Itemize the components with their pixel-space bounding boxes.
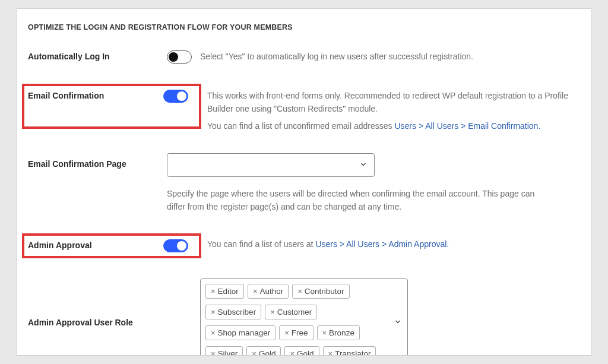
admin-approval-roles-label: Admin Approval User Role	[28, 318, 200, 327]
role-tag-label: Gold	[297, 349, 314, 356]
auto-login-toggle[interactable]	[167, 50, 192, 64]
email-confirmation-desc-1: This works with front-end forms only. Re…	[207, 90, 580, 115]
row-admin-approval-roles: Admin Approval User Role ×Editor×Author×…	[28, 278, 580, 356]
row-email-confirmation-page: Email Confirmation Page Specify the page…	[28, 153, 580, 213]
remove-tag-icon[interactable]: ×	[270, 308, 275, 316]
auto-login-desc: Select "Yes" to automatically log in new…	[200, 50, 580, 64]
remove-tag-icon[interactable]: ×	[211, 329, 216, 337]
admin-approval-toggle[interactable]	[163, 239, 188, 252]
role-tag-label: Customer	[277, 308, 312, 316]
email-confirmation-page-label: Email Confirmation Page	[28, 153, 167, 169]
row-admin-approval: Admin Approval You can find a list of us…	[28, 233, 580, 258]
role-tag[interactable]: ×Silver	[205, 346, 243, 356]
role-tag[interactable]: ×Bronze	[317, 325, 360, 340]
email-confirmation-page-select-wrap	[167, 153, 375, 177]
admin-approval-label: Admin Approval	[28, 239, 163, 250]
admin-approval-desc-prefix: You can find a list of users at	[207, 239, 315, 249]
highlight-email-confirmation: Email Confirmation	[22, 84, 201, 129]
role-tag-label: Editor	[218, 287, 239, 296]
role-tag[interactable]: ×Subscriber	[205, 305, 261, 319]
role-tag[interactable]: ×Editor	[205, 284, 244, 299]
role-tag[interactable]: ×Customer	[265, 305, 317, 319]
role-tag-label: Gold	[259, 349, 276, 356]
role-tag[interactable]: ×Author	[248, 284, 289, 299]
admin-approval-desc: You can find a list of users at Users > …	[207, 233, 580, 251]
row-auto-login: Automatically Log In Select "Yes" to aut…	[28, 50, 580, 64]
role-tag-label: Free	[292, 328, 308, 337]
remove-tag-icon[interactable]: ×	[284, 329, 289, 337]
role-tag[interactable]: ×Gold	[246, 346, 281, 356]
email-confirmation-label: Email Confirmation	[28, 90, 163, 100]
admin-approval-roles-tagbox[interactable]: ×Editor×Author×Contributor×Subscriber×Cu…	[200, 278, 408, 356]
email-confirmation-desc: This works with front-end forms only. Re…	[207, 84, 580, 133]
remove-tag-icon[interactable]: ×	[322, 329, 327, 337]
role-tag[interactable]: ×Shop manager	[205, 325, 276, 340]
remove-tag-icon[interactable]: ×	[211, 350, 216, 356]
email-confirmation-page-select[interactable]	[167, 153, 375, 177]
row-email-confirmation: Email Confirmation This works with front…	[28, 84, 580, 133]
email-confirmation-desc-2-prefix: You can find a list of unconfirmed email…	[207, 121, 394, 131]
email-confirmation-page-desc: Specify the page where the users will be…	[167, 188, 547, 213]
admin-approval-roles-select-wrap: ×Editor×Author×Contributor×Subscriber×Cu…	[200, 278, 408, 356]
role-tag-label: Bronze	[329, 328, 354, 337]
remove-tag-icon[interactable]: ×	[252, 350, 256, 356]
email-confirmation-desc-2: You can find a list of unconfirmed email…	[207, 120, 580, 133]
remove-tag-icon[interactable]: ×	[328, 350, 333, 356]
role-tag[interactable]: ×Translator	[323, 346, 376, 356]
role-tag-label: Translator	[335, 349, 370, 356]
remove-tag-icon[interactable]: ×	[253, 287, 258, 295]
role-tag-label: Subscriber	[218, 308, 256, 316]
section-heading: OPTIMIZE THE LOGIN AND REGISTRATION FLOW…	[28, 23, 580, 31]
email-confirmation-toggle-col	[163, 90, 197, 103]
auto-login-toggle-col	[167, 50, 200, 64]
role-tag-label: Shop manager	[218, 328, 271, 337]
role-tag[interactable]: ×Gold	[284, 346, 319, 356]
highlight-admin-approval: Admin Approval	[22, 233, 201, 258]
auto-login-label: Automatically Log In	[28, 50, 167, 61]
settings-panel: OPTIMIZE THE LOGIN AND REGISTRATION FLOW…	[17, 8, 591, 356]
role-tag-label: Silver	[218, 349, 238, 356]
remove-tag-icon[interactable]: ×	[290, 350, 294, 356]
email-confirmation-toggle[interactable]	[163, 90, 188, 103]
role-tag-label: Contributor	[305, 287, 344, 296]
email-confirmation-page-control: Specify the page where the users will be…	[167, 153, 547, 213]
role-tag-label: Author	[259, 287, 283, 296]
email-confirmation-link[interactable]: Users > All Users > Email Confirmation.	[394, 121, 540, 131]
role-tag[interactable]: ×Contributor	[292, 284, 349, 299]
admin-approval-toggle-col	[163, 239, 197, 252]
remove-tag-icon[interactable]: ×	[211, 287, 216, 295]
remove-tag-icon[interactable]: ×	[297, 287, 302, 295]
role-tag[interactable]: ×Free	[279, 325, 313, 340]
remove-tag-icon[interactable]: ×	[211, 308, 216, 316]
admin-approval-link[interactable]: Users > All Users > Admin Approval.	[315, 239, 449, 249]
